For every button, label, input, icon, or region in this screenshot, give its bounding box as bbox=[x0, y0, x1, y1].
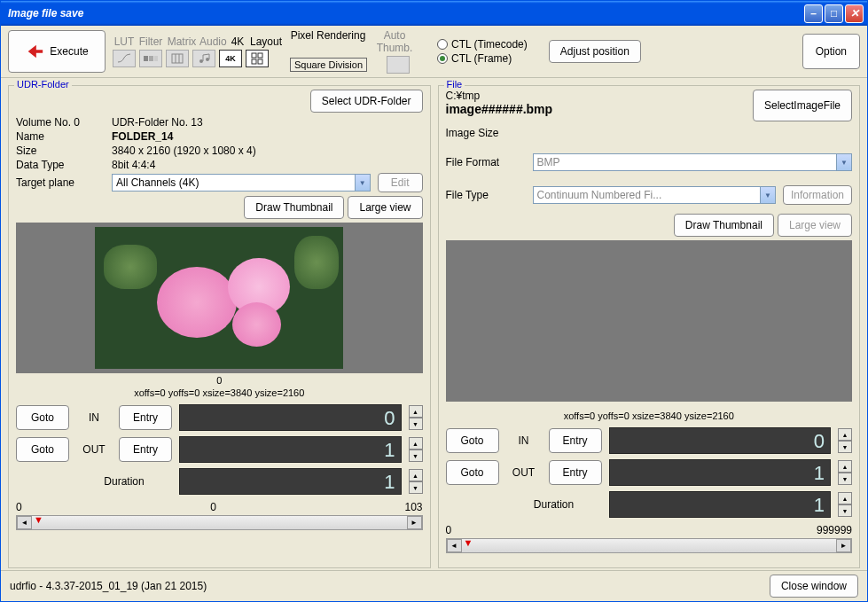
execute-label: Execute bbox=[50, 45, 88, 58]
goto-in-button-right[interactable]: Goto bbox=[446, 428, 499, 453]
maximize-button[interactable]: □ bbox=[825, 4, 843, 23]
udr-legend: UDR-Folder bbox=[14, 79, 72, 90]
matrix-icon[interactable] bbox=[166, 50, 189, 67]
in-marker-icon[interactable]: ▼ bbox=[464, 537, 473, 548]
svg-rect-10 bbox=[252, 59, 256, 64]
in-value-right[interactable]: 0 bbox=[609, 427, 832, 454]
image-size-label: Image Size bbox=[446, 127, 526, 139]
filter-label: Filter bbox=[137, 35, 164, 48]
goto-in-button[interactable]: Goto bbox=[16, 405, 69, 430]
lut-label: LUT bbox=[113, 35, 136, 48]
in-spin-up[interactable]: ▲ bbox=[409, 405, 423, 418]
in-spin-up-right[interactable]: ▲ bbox=[838, 428, 852, 441]
duration-label: Duration bbox=[76, 475, 172, 488]
slider-end-right: 999999 bbox=[817, 524, 852, 536]
dur-spin-down-right[interactable]: ▼ bbox=[838, 504, 852, 517]
chevron-down-icon: ▼ bbox=[836, 154, 851, 170]
out-value-right[interactable]: 1 bbox=[609, 459, 832, 486]
file-panel: File C:¥tmp image######.bmp SelectImageF… bbox=[438, 85, 861, 568]
close-button[interactable]: ✕ bbox=[845, 4, 864, 23]
in-spin-down-right[interactable]: ▼ bbox=[838, 441, 852, 453]
file-format-value: BMP bbox=[534, 154, 837, 170]
close-window-button[interactable]: Close window bbox=[770, 575, 858, 598]
entry-in-button[interactable]: Entry bbox=[119, 405, 172, 430]
file-legend: File bbox=[444, 79, 465, 90]
titlebar: Image file save – □ ✕ bbox=[1, 1, 867, 26]
timeline-scrollbar[interactable]: ◄ ▼ ► bbox=[16, 515, 423, 530]
4k-icon[interactable]: 4K bbox=[219, 50, 242, 67]
file-format-label: File Format bbox=[446, 156, 526, 168]
scroll-left-icon[interactable]: ◄ bbox=[17, 516, 32, 529]
preview-area bbox=[16, 223, 423, 373]
svg-rect-0 bbox=[144, 56, 148, 61]
dur-spin-up[interactable]: ▲ bbox=[409, 469, 423, 481]
chevron-down-icon: ▼ bbox=[355, 175, 370, 191]
dur-spin-up-right[interactable]: ▲ bbox=[838, 492, 852, 504]
entry-out-button[interactable]: Entry bbox=[119, 437, 172, 462]
out-spin-down[interactable]: ▼ bbox=[409, 450, 423, 462]
datatype-label: Data Type bbox=[16, 159, 105, 171]
in-value[interactable]: 0 bbox=[179, 404, 402, 431]
entry-in-button-right[interactable]: Entry bbox=[549, 428, 602, 453]
svg-rect-1 bbox=[149, 56, 153, 61]
scroll-right-icon[interactable]: ► bbox=[407, 516, 422, 529]
ctl-timecode-radio[interactable]: CTL (Timecode) bbox=[437, 38, 528, 51]
draw-thumbnail-button[interactable]: Draw Thumbnail bbox=[244, 196, 344, 219]
auto-thumb-icon[interactable] bbox=[387, 56, 410, 74]
layout-label: Layout bbox=[249, 35, 283, 48]
out-value[interactable]: 1 bbox=[179, 436, 402, 463]
auto-thumb-label: Auto Thumb. bbox=[368, 29, 421, 54]
udr-folder-panel: UDR-Folder Select UDR-Folder Volume No. … bbox=[8, 85, 431, 568]
volume-label: Volume No. 0 bbox=[16, 116, 105, 129]
svg-rect-9 bbox=[258, 53, 262, 58]
matrix-label: Matrix bbox=[166, 35, 198, 48]
svg-rect-11 bbox=[258, 59, 262, 64]
file-format-combo: BMP ▼ bbox=[533, 153, 853, 171]
file-path: C:¥tmp bbox=[446, 90, 553, 102]
out-spin-down-right[interactable]: ▼ bbox=[838, 473, 852, 485]
ctl-frame-label: CTL (Frame) bbox=[451, 52, 512, 65]
goto-out-button-right[interactable]: Goto bbox=[446, 460, 499, 485]
preview-area-right bbox=[446, 240, 853, 402]
draw-thumbnail-button-right[interactable]: Draw Thumbnail bbox=[674, 214, 774, 237]
option-button[interactable]: Option bbox=[802, 34, 860, 69]
adjust-position-button[interactable]: Adjust position bbox=[549, 40, 641, 63]
minimize-button[interactable]: – bbox=[804, 4, 823, 23]
duration-value[interactable]: 1 bbox=[179, 468, 402, 495]
window-title: Image file save bbox=[4, 7, 804, 20]
square-division-button[interactable]: Square Division bbox=[290, 58, 367, 72]
in-spin-down[interactable]: ▼ bbox=[409, 418, 423, 430]
execute-arrow-icon bbox=[25, 42, 44, 61]
select-image-file-button[interactable]: SelectImageFile bbox=[753, 90, 852, 121]
out-label: OUT bbox=[76, 443, 112, 456]
target-plane-combo[interactable]: All Channels (4K) ▼ bbox=[112, 174, 371, 192]
dur-spin-down[interactable]: ▼ bbox=[409, 481, 423, 494]
select-udr-folder-button[interactable]: Select UDR-Folder bbox=[310, 90, 423, 113]
timeline-scrollbar-right[interactable]: ◄ ▼ ► bbox=[446, 538, 853, 553]
svg-point-6 bbox=[199, 59, 203, 63]
goto-out-button[interactable]: Goto bbox=[16, 437, 69, 462]
out-spin-up-right[interactable]: ▲ bbox=[838, 460, 852, 473]
duration-label-right: Duration bbox=[506, 498, 602, 511]
execute-button[interactable]: Execute bbox=[8, 30, 106, 73]
4k-label: 4K bbox=[228, 35, 247, 48]
svg-rect-3 bbox=[172, 54, 183, 63]
entry-out-button-right[interactable]: Entry bbox=[549, 460, 602, 485]
slider-mid: 0 bbox=[210, 501, 216, 513]
scroll-right-icon[interactable]: ► bbox=[836, 539, 851, 552]
out-spin-up[interactable]: ▲ bbox=[409, 437, 423, 450]
chevron-down-icon: ▼ bbox=[760, 187, 775, 203]
duration-value-right[interactable]: 1 bbox=[609, 491, 832, 518]
out-label-right: OUT bbox=[506, 466, 542, 479]
filter-icon[interactable] bbox=[139, 50, 162, 67]
ctl-frame-radio[interactable]: CTL (Frame) bbox=[437, 52, 528, 65]
thumbnail-image bbox=[95, 227, 343, 369]
scroll-left-icon[interactable]: ◄ bbox=[447, 539, 462, 552]
lut-icon[interactable] bbox=[113, 50, 136, 67]
layout-icon[interactable] bbox=[246, 50, 269, 67]
folder-no: UDR-Folder No. 13 bbox=[112, 116, 423, 129]
in-marker-icon[interactable]: ▼ bbox=[34, 514, 43, 525]
name-label: Name bbox=[16, 130, 105, 143]
large-view-button[interactable]: Large view bbox=[348, 196, 422, 219]
audio-icon[interactable] bbox=[192, 50, 215, 67]
